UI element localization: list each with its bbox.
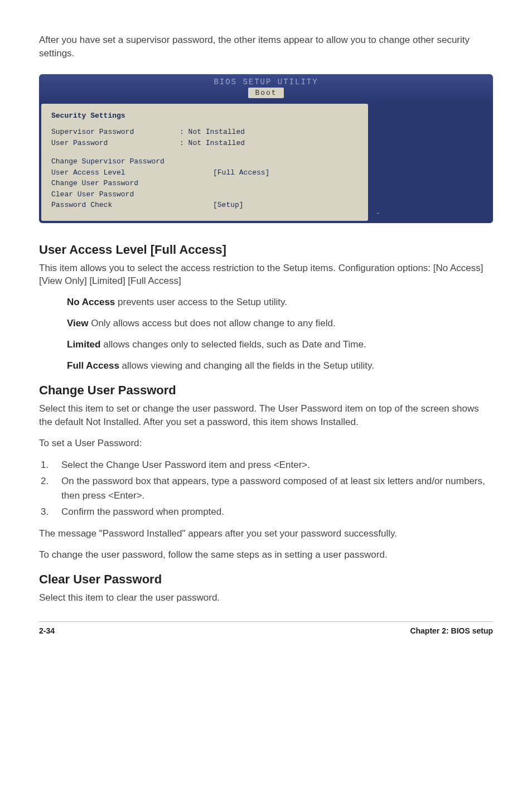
page-footer: 2-34 Chapter 2: BIOS setup <box>39 621 493 635</box>
option-limited: Limited allows changes only to selected … <box>39 338 493 351</box>
change-user-p2: To set a User Password: <box>39 437 493 450</box>
list-item: Confirm the password when prompted. <box>51 505 493 519</box>
bios-label: User Password <box>51 138 180 149</box>
bios-label: Password Check <box>51 200 213 211</box>
bios-row-change-supervisor: Change Supervisor Password <box>51 156 358 167</box>
bios-screenshot: BIOS SETUP UTILITY Boot Security Setting… <box>39 74 493 223</box>
list-item: On the password box that appears, type a… <box>51 474 493 503</box>
bios-header: BIOS SETUP UTILITY Boot <box>39 74 493 102</box>
option-no-access: No Access prevents user access to the Se… <box>39 296 493 309</box>
bios-value: : Not Installed <box>180 138 245 149</box>
bios-section-heading: Security Settings <box>51 110 358 122</box>
bios-tab-boot: Boot <box>248 88 283 98</box>
bios-row-change-user: Change User Password <box>51 178 358 189</box>
bios-title: BIOS SETUP UTILITY <box>39 78 493 86</box>
heading-user-access: User Access Level [Full Access] <box>39 243 493 257</box>
bios-row-user-access: User Access Level [Full Access] <box>51 167 358 178</box>
bios-body: Security Settings Supervisor Password : … <box>39 102 493 223</box>
bios-row-clear-user: Clear User Password <box>51 189 358 200</box>
section-user-access: User Access Level [Full Access] This ite… <box>39 243 493 373</box>
option-text: prevents user access to the Setup utilit… <box>115 297 287 307</box>
list-item: Select the Change User Password item and… <box>51 458 493 472</box>
bios-value: : Not Installed <box>180 127 245 138</box>
bios-label: Supervisor Password <box>51 127 180 138</box>
page-number: 2-34 <box>39 626 55 635</box>
change-user-p4: To change the user password, follow the … <box>39 548 493 562</box>
bios-row-supervisor: Supervisor Password : Not Installed <box>51 127 358 138</box>
change-user-p1: Select this item to set or change the us… <box>39 402 493 429</box>
bios-label: Change User Password <box>51 178 138 189</box>
bios-label: User Access Level <box>51 167 213 178</box>
option-text: allows changes only to selected fields, … <box>100 339 366 350</box>
bios-row-userpass: User Password : Not Installed <box>51 138 358 149</box>
option-label: No Access <box>67 297 115 307</box>
intro-paragraph: After you have set a supervisor password… <box>39 33 493 60</box>
user-access-desc: This item allows you to select the acces… <box>39 262 493 288</box>
bios-right-marker: - <box>376 209 380 218</box>
heading-clear-user-password: Clear User Password <box>39 572 493 587</box>
option-label: Limited <box>67 339 100 350</box>
option-text: Only allows access but does not allow ch… <box>88 318 335 328</box>
chapter-label: Chapter 2: BIOS setup <box>410 626 493 635</box>
change-user-p3: The message "Password Installed" appears… <box>39 527 493 540</box>
clear-user-p1: Select this item to clear the user passw… <box>39 591 493 605</box>
bios-label: Clear User Password <box>51 189 134 200</box>
section-change-user-password: Change User Password Select this item to… <box>39 383 493 561</box>
option-label: Full Access <box>67 360 119 371</box>
change-user-steps: Select the Change User Password item and… <box>39 458 493 519</box>
heading-change-user-password: Change User Password <box>39 383 493 398</box>
section-clear-user-password: Clear User Password Select this item to … <box>39 572 493 605</box>
option-full-access: Full Access allows viewing and changing … <box>39 359 493 373</box>
option-view: View Only allows access but does not all… <box>39 317 493 330</box>
bios-panel-right: - <box>370 102 493 223</box>
bios-label: Change Supervisor Password <box>51 156 165 167</box>
option-label: View <box>67 318 88 328</box>
bios-value: [Full Access] <box>213 167 269 178</box>
bios-panel-left: Security Settings Supervisor Password : … <box>41 104 368 221</box>
option-text: allows viewing and changing all the fiel… <box>119 360 374 371</box>
bios-value: [Setup] <box>213 200 244 211</box>
bios-row-password-check: Password Check [Setup] <box>51 200 358 211</box>
